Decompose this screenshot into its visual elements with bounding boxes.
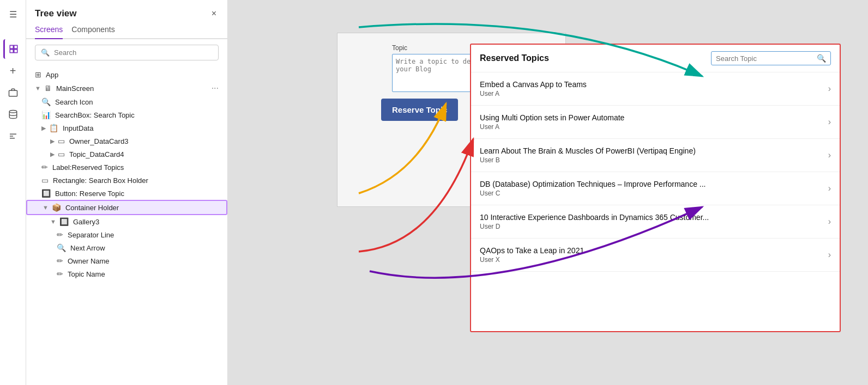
tree-item-label-reserved[interactable]: ✏ Label:Reserved Topics xyxy=(26,161,227,174)
tree-item-button-reserve-label: Button: Reserve Topic xyxy=(55,190,219,198)
button-icon: 🔲 xyxy=(41,189,51,198)
arrow-icon: 🔍 xyxy=(57,243,66,252)
reserved-search-box[interactable]: 🔍 xyxy=(711,51,831,65)
next-arrow-icon-3: › xyxy=(828,184,831,193)
topic-info-0: Embed a Canvas App to Teams User A xyxy=(480,80,587,97)
fx-icon[interactable] xyxy=(3,126,23,146)
tree-item-rectangle-search-label: Rectangle: Search Box Holder xyxy=(53,176,219,185)
svg-rect-2 xyxy=(10,50,13,53)
chevron-icon: ▶ xyxy=(50,151,55,158)
tree-item-searchbox-label: SearchBox: Search Topic xyxy=(55,111,219,119)
topic-list: Embed a Canvas App to Teams User A › Usi… xyxy=(471,72,840,331)
topic-name-2: Learn About The Brain & Muscles Of Power… xyxy=(480,146,696,155)
reserved-header: Reserved Topics 🔍 xyxy=(471,45,840,72)
topic-icon: ✏ xyxy=(57,270,63,278)
container-icon: 📦 xyxy=(52,203,61,212)
tree-item-gallery3[interactable]: ▼ 🔲 Gallery3 xyxy=(26,215,227,228)
topic-name-1: Using Multi Option sets in Power Automat… xyxy=(480,113,624,122)
topic-row-2[interactable]: Learn About The Brain & Muscles Of Power… xyxy=(471,139,840,172)
reserved-search-icon: 🔍 xyxy=(817,54,826,63)
datacard-icon: ▭ xyxy=(58,137,65,145)
chevron-icon: ▶ xyxy=(41,125,46,132)
tab-components[interactable]: Components xyxy=(71,25,114,39)
topic-row-3[interactable]: DB (Database) Optimization Techniques – … xyxy=(471,172,840,205)
data-icon[interactable] xyxy=(3,105,23,124)
tree-item-rectangle-search[interactable]: ▭ Rectangle: Search Box Holder xyxy=(26,174,227,187)
tree-item-owner-name-label: Owner Name xyxy=(68,257,219,265)
more-options-icon[interactable]: ··· xyxy=(212,83,219,93)
next-arrow-icon-4: › xyxy=(828,217,831,227)
separator-icon: ✏ xyxy=(57,230,63,239)
tree-title: Tree view xyxy=(35,8,77,19)
tree-item-app[interactable]: ⊞ App xyxy=(26,68,227,81)
tree-item-topic-datacard[interactable]: ▶ ▭ Topic_DataCard4 xyxy=(26,148,227,161)
tree-item-topic-datacard-label: Topic_DataCard4 xyxy=(69,150,219,158)
topic-row-5[interactable]: QAOps to Take a Leap in 2021 User X › xyxy=(471,239,840,272)
reserved-search-input[interactable] xyxy=(716,54,813,63)
components-icon[interactable] xyxy=(3,83,23,102)
topic-name-4: 10 Interactive Experience Dashboards in … xyxy=(480,213,709,222)
tree-item-inputdata[interactable]: ▶ 📋 InputData xyxy=(26,121,227,135)
topic-user-0: User A xyxy=(480,90,587,97)
tree-item-searchicon[interactable]: 🔍 Search Icon xyxy=(26,95,227,108)
next-arrow-icon-1: › xyxy=(828,117,831,127)
topic-row-1[interactable]: Using Multi Option sets in Power Automat… xyxy=(471,106,840,139)
topic-info-3: DB (Database) Optimization Techniques – … xyxy=(480,180,706,197)
tree-item-searchbox[interactable]: 📊 SearchBox: Search Topic xyxy=(26,108,227,121)
tab-screens[interactable]: Screens xyxy=(35,25,63,39)
tree-body: ⊞ App ▼ 🖥 MainScreen ··· 🔍 Search Icon 📊… xyxy=(26,66,227,385)
tree-item-label-reserved-label: Label:Reserved Topics xyxy=(52,163,219,172)
reserve-topic-button[interactable]: Reserve Topic xyxy=(381,99,458,121)
owner-icon: ✏ xyxy=(57,256,63,265)
reserved-title: Reserved Topics xyxy=(480,53,549,63)
datacard2-icon: ▭ xyxy=(58,150,65,158)
tree-item-next-arrow[interactable]: 🔍 Next Arrow xyxy=(26,241,227,254)
topic-name-0: Embed a Canvas App to Teams xyxy=(480,80,587,89)
icon-sidebar: ☰ + xyxy=(0,0,26,385)
tree-item-gallery3-label: Gallery3 xyxy=(73,218,219,226)
tree-item-mainscreen[interactable]: ▼ 🖥 MainScreen ··· xyxy=(26,81,227,95)
svg-point-5 xyxy=(9,111,17,113)
add-icon[interactable]: + xyxy=(3,61,23,81)
search-icon: 🔍 xyxy=(41,48,50,57)
inputdata-icon: 📋 xyxy=(49,124,58,132)
main-area: Topic Reserve Topic Reserved Topics 🔍 Em… xyxy=(228,0,868,385)
next-arrow-icon-5: › xyxy=(828,250,831,260)
chevron-icon: ▶ xyxy=(50,138,55,145)
screens-icon[interactable] xyxy=(3,39,23,59)
tree-header: Tree view × xyxy=(26,0,227,21)
search-box[interactable]: 🔍 xyxy=(35,45,219,60)
svg-rect-3 xyxy=(14,50,17,53)
tree-tabs: Screens Components xyxy=(26,21,227,39)
topic-user-4: User D xyxy=(480,223,709,230)
svg-rect-0 xyxy=(10,45,13,48)
tree-item-owner-name[interactable]: ✏ Owner Name xyxy=(26,254,227,267)
topic-user-1: User A xyxy=(480,123,624,131)
next-arrow-icon-2: › xyxy=(828,150,831,160)
searchbox-icon: 📊 xyxy=(41,111,51,119)
tree-item-button-reserve[interactable]: 🔲 Button: Reserve Topic xyxy=(26,187,227,200)
tree-item-separator-line[interactable]: ✏ Separator Line xyxy=(26,228,227,241)
tree-item-next-arrow-label: Next Arrow xyxy=(70,244,219,252)
topic-row-0[interactable]: Embed a Canvas App to Teams User A › xyxy=(471,72,840,106)
tree-item-owner-datacard[interactable]: ▶ ▭ Owner_DataCard3 xyxy=(26,135,227,148)
tree-item-owner-datacard-label: Owner_DataCard3 xyxy=(69,137,219,145)
tree-item-inputdata-label: InputData xyxy=(63,124,219,132)
topic-row-4[interactable]: 10 Interactive Experience Dashboards in … xyxy=(471,205,840,239)
close-button[interactable]: × xyxy=(209,7,219,21)
chevron-icon: ▼ xyxy=(50,218,56,225)
tree-item-topic-name[interactable]: ✏ Topic Name xyxy=(26,267,227,280)
search-input[interactable] xyxy=(54,48,213,57)
hamburger-icon[interactable]: ☰ xyxy=(3,4,23,24)
label-icon: ✏ xyxy=(41,163,48,172)
topic-info-1: Using Multi Option sets in Power Automat… xyxy=(480,113,624,131)
topic-user-3: User C xyxy=(480,190,706,197)
topic-name-3: DB (Database) Optimization Techniques – … xyxy=(480,180,706,188)
next-arrow-icon-0: › xyxy=(828,84,831,94)
topic-name-5: QAOps to Take a Leap in 2021 xyxy=(480,246,584,255)
tree-item-mainscreen-label: MainScreen xyxy=(56,84,209,93)
tree-item-app-label: App xyxy=(46,71,219,79)
chevron-icon: ▼ xyxy=(43,204,49,211)
tree-item-searchicon-label: Search Icon xyxy=(55,98,219,106)
tree-item-container-holder[interactable]: ▼ 📦 Container Holder xyxy=(26,200,227,215)
